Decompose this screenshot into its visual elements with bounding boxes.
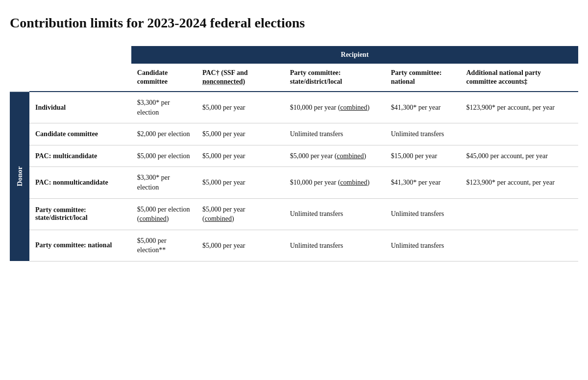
party-state-cell: Unlimited transfers <box>284 198 385 230</box>
candidate-committee-cell: $2,000 per election <box>131 123 196 145</box>
table-wrapper: Recipient Candidate committee PAC† (SSF … <box>10 46 578 261</box>
donor-row-header: Individual <box>29 92 131 123</box>
donor-row-header: Party committee: state/district/local <box>29 198 131 230</box>
recipient-header: Recipient <box>131 46 578 64</box>
party-national-cell: Unlimited transfers <box>385 198 461 230</box>
additional-cell: $123,900* per account, per year <box>461 92 579 123</box>
candidate-committee-cell: $3,300* per election <box>131 92 196 123</box>
party-national-cell: $15,000 per year <box>385 145 461 167</box>
party-national-cell: Unlimited transfers <box>385 123 461 145</box>
pac-cell: $5,000 per year <box>196 92 284 123</box>
candidate-committee-cell: $3,300* per election <box>131 167 196 198</box>
table-row: PAC: multicandidate$5,000 per election$5… <box>10 145 578 167</box>
party-state-cell: Unlimited transfers <box>284 123 385 145</box>
donor-label: Donor <box>10 92 29 261</box>
col-header-pac-text: PAC† (SSF and nonconnected) <box>202 69 248 85</box>
corner-spacer-1 <box>10 64 29 92</box>
candidate-committee-cell: $5,000 per election <box>131 145 196 167</box>
pac-cell: $5,000 per year <box>196 123 284 145</box>
col-header-candidate: Candidate committee <box>131 64 196 92</box>
col-header-party-national: Party committee: national <box>385 64 461 92</box>
donor-row-header: PAC: multicandidate <box>29 145 131 167</box>
donor-row-header: Party committee: national <box>29 230 131 261</box>
table-row: Candidate committee$2,000 per election$5… <box>10 123 578 145</box>
pac-cell: $5,000 per year <box>196 145 284 167</box>
party-national-cell: Unlimited transfers <box>385 230 461 261</box>
party-state-cell: $10,000 per year (combined) <box>284 167 385 198</box>
candidate-committee-cell: $5,000 per election(combined) <box>131 198 196 230</box>
party-state-cell: $5,000 per year (combined) <box>284 145 385 167</box>
party-state-cell: Unlimited transfers <box>284 230 385 261</box>
candidate-committee-cell: $5,000 per election** <box>131 230 196 261</box>
col-header-pac: PAC† (SSF and nonconnected) <box>196 64 284 92</box>
additional-cell <box>461 230 579 261</box>
pac-cell: $5,000 per year(combined) <box>196 198 284 230</box>
table-row: Party committee: national$5,000 per elec… <box>10 230 578 261</box>
additional-cell <box>461 123 579 145</box>
party-national-cell: $41,300* per year <box>385 167 461 198</box>
contribution-limits-table: Recipient Candidate committee PAC† (SSF … <box>10 46 578 261</box>
party-national-cell: $41,300* per year <box>385 92 461 123</box>
top-left-spacer <box>10 46 131 64</box>
table-row: Party committee: state/district/local$5,… <box>10 198 578 230</box>
col-header-party-state: Party committee: state/district/local <box>284 64 385 92</box>
corner-spacer-2 <box>29 64 131 92</box>
table-row: PAC: nonmulticandidate$3,300* per electi… <box>10 167 578 198</box>
table-row: DonorIndividual$3,300* per election$5,00… <box>10 92 578 123</box>
pac-cell: $5,000 per year <box>196 167 284 198</box>
additional-cell: $123,900* per account, per year <box>461 167 579 198</box>
additional-cell <box>461 198 579 230</box>
pac-cell: $5,000 per year <box>196 230 284 261</box>
page-title: Contribution limits for 2023-2024 federa… <box>10 15 578 31</box>
donor-row-header: Candidate committee <box>29 123 131 145</box>
donor-row-header: PAC: nonmulticandidate <box>29 167 131 198</box>
party-state-cell: $10,000 per year (combined) <box>284 92 385 123</box>
col-header-additional: Additional national party committee acco… <box>461 64 579 92</box>
additional-cell: $45,000 per account, per year <box>461 145 579 167</box>
